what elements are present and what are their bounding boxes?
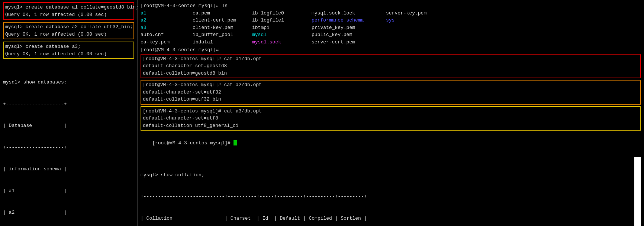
cmd-block-a3: mysql> create database a3; Query OK, 1 r…: [3, 42, 134, 59]
collation-cmd: mysql> show collation;: [141, 171, 634, 179]
dir-item: mysql.sock: [252, 39, 312, 46]
dir-col-1: a1 a2 a3 auto.cnf ca-key.pem: [141, 10, 193, 46]
dir-item: mysql.sock.lock: [312, 10, 386, 17]
cat-block-a1: [root@VM-4-3-centos mysql]# cat a1/db.op…: [141, 54, 641, 79]
right-panel: [root@VM-4-3-centos mysql]# ls a1 a2 a3 …: [138, 0, 644, 226]
dir-item: client-cert.pem: [193, 17, 252, 24]
table-sep-top: +--------------------+: [3, 101, 134, 108]
cat-a2-line3: default-collation=utf32_bin: [143, 96, 639, 103]
scrollbar-indicator[interactable]: [634, 157, 641, 226]
dir-item: ibdata1: [193, 39, 252, 46]
dir-col-3: ib_logfile0 ib_logfile1 ibtmp1 mysql mys…: [252, 10, 312, 46]
dir-col-4: mysql.sock.lock performance_schema priva…: [312, 10, 386, 46]
dir-item: ib_logfile1: [252, 17, 312, 24]
dir-item: ibtmp1: [252, 24, 312, 32]
collation-content: mysql> show collation; +----------------…: [141, 157, 634, 226]
dir-item: a1: [141, 10, 193, 17]
ls-cmd: [root@VM-4-3-centos mysql]# ls: [141, 2, 641, 10]
dir-item: mysql: [252, 31, 312, 39]
dir-item: auto.cnf: [141, 31, 193, 39]
cat-block-a2: [root@VM-4-3-centos mysql]# cat a2/db.op…: [141, 80, 641, 105]
table-sep-mid: +--------------------+: [3, 144, 134, 151]
collation-table: mysql> show collation; +----------------…: [141, 157, 634, 226]
dir-item: sys: [386, 17, 438, 24]
dir-item: performance_schema: [312, 17, 386, 24]
table-row-3: | a2 |: [3, 209, 134, 216]
cmd-block-a2: mysql> create database a2 collate utf32_…: [3, 22, 134, 39]
dir-col-2: ca.pem client-cert.pem client-key.pem ib…: [193, 10, 252, 46]
dir-col-5: server-key.pem sys: [386, 10, 438, 46]
cat-a2-line1: [root@VM-4-3-centos mysql]# cat a2/db.op…: [143, 81, 639, 89]
show-db-cmd: mysql> show databases;: [3, 79, 134, 86]
cat-a1-line1: [root@VM-4-3-centos mysql]# cat a1/db.op…: [143, 55, 639, 63]
dir-listing: a1 a2 a3 auto.cnf ca-key.pem ca.pem clie…: [141, 10, 641, 46]
cat-a3-line3: default-collation=utf8_general_ci: [143, 122, 639, 130]
collation-header: | Collation | Charset | Id | Default | C…: [141, 215, 634, 222]
cmd-a1-line1: mysql> create database a1 collate=geostd…: [5, 4, 132, 11]
prompt-after-ls: [root@VM-4-3-centos mysql]#: [141, 46, 641, 54]
dir-item: public_key.pem: [312, 31, 386, 39]
cmd-a1-line2: Query OK, 1 row affected (0.00 sec): [5, 11, 132, 19]
cmd-a3-line2: Query OK, 1 row affected (0.00 sec): [5, 50, 132, 58]
dir-item: ca.pem: [193, 10, 252, 17]
dir-item: ca-key.pem: [141, 39, 193, 46]
collation-sep-top: +----------------------------+----------…: [141, 193, 634, 200]
cursor-right: [234, 140, 237, 145]
cat-a3-line2: default-character-set=utf8: [143, 115, 639, 122]
collation-section: mysql> show collation; +----------------…: [141, 157, 641, 226]
cmd-a2-line2: Query OK, 1 row affected (0.00 sec): [5, 31, 132, 38]
cmd-a2-line1: mysql> create database a2 collate utf32_…: [5, 23, 132, 31]
left-panel: mysql> create database a1 collate=geostd…: [0, 0, 138, 226]
cat-a1-line3: default-collation=geostd8_bin: [143, 70, 639, 77]
prompt-final: [root@VM-4-3-centos mysql]#: [141, 132, 641, 154]
cat-a1-line2: default-character-set=geostd8: [143, 62, 639, 70]
dir-item: ib_buffer_pool: [193, 31, 252, 39]
cat-a3-line1: [root@VM-4-3-centos mysql]# cat a3/db.op…: [143, 108, 639, 115]
table-header: | Database |: [3, 122, 134, 130]
dir-item: client-key.pem: [193, 24, 252, 32]
dir-item: server-key.pem: [386, 10, 438, 17]
dir-item: a3: [141, 24, 193, 32]
cat-a2-line2: default-character-set=utf32: [143, 89, 639, 96]
table-row-1: | information_schema |: [3, 166, 134, 173]
cmd-block-a1: mysql> create database a1 collate=geostd…: [3, 2, 134, 20]
cat-block-a3: [root@VM-4-3-centos mysql]# cat a3/db.op…: [141, 106, 641, 131]
dir-item: ib_logfile0: [252, 10, 312, 17]
cmd-a3-line1: mysql> create database a3;: [5, 43, 132, 50]
show-databases-section: mysql> show databases; +----------------…: [3, 64, 134, 226]
dir-item: a2: [141, 17, 193, 24]
dir-item: private_key.pem: [312, 24, 386, 32]
dir-item: server-cert.pem: [312, 39, 386, 46]
table-row-2: | a1 |: [3, 187, 134, 195]
